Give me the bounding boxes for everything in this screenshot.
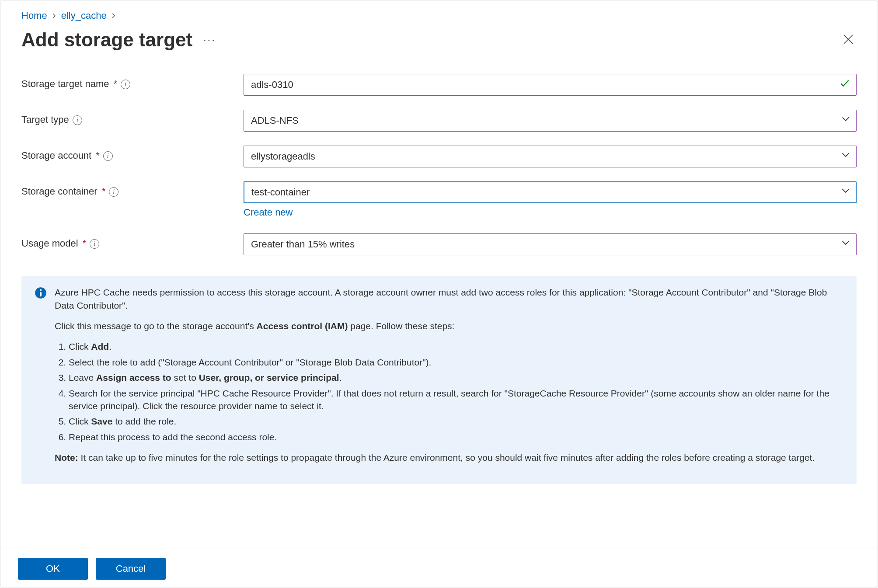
cancel-button[interactable]: Cancel <box>96 558 166 580</box>
row-storage-container: Storage container * i test-container Cre… <box>21 181 857 219</box>
title-row: Add storage target ··· <box>21 26 857 53</box>
chevron-right-icon <box>111 10 116 21</box>
info-icon[interactable]: i <box>73 115 82 125</box>
info-icon[interactable]: i <box>109 187 118 197</box>
create-new-container-link[interactable]: Create new <box>244 207 293 218</box>
callout-steps: Click Add. Select the role to add ("Stor… <box>55 340 843 443</box>
row-usage-model: Usage model * i Greater than 15% writes <box>21 233 857 255</box>
more-actions-icon[interactable]: ··· <box>203 31 216 48</box>
footer-bar: OK Cancel <box>0 549 878 580</box>
permissions-callout[interactable]: Azure HPC Cache needs permission to acce… <box>21 276 857 484</box>
label-storage-container: Storage container * i <box>21 181 244 198</box>
callout-body: Azure HPC Cache needs permission to acce… <box>55 286 843 472</box>
row-storage-target-name: Storage target name * i <box>21 74 857 96</box>
step-4: Search for the service principal "HPC Ca… <box>69 387 843 413</box>
svg-point-1 <box>40 289 42 291</box>
required-asterisk: * <box>114 77 118 91</box>
required-asterisk: * <box>102 185 106 198</box>
svg-rect-2 <box>40 292 42 297</box>
storage-account-select[interactable]: ellystorageadls <box>244 146 857 167</box>
ok-button[interactable]: OK <box>18 558 88 580</box>
label-storage-account: Storage account * i <box>21 146 244 163</box>
info-icon[interactable]: i <box>121 80 130 89</box>
callout-note: Note: It can take up to five minutes for… <box>55 451 843 464</box>
chevron-right-icon <box>52 10 57 21</box>
usage-model-select[interactable]: Greater than 15% writes <box>244 233 857 255</box>
target-type-select[interactable]: ADLS-NFS <box>244 110 857 132</box>
step-2: Select the role to add ("Storage Account… <box>69 356 843 369</box>
required-asterisk: * <box>83 237 87 251</box>
label-storage-target-name: Storage target name * i <box>21 74 244 91</box>
step-5: Click Save to add the role. <box>69 415 843 428</box>
close-icon <box>843 34 854 45</box>
label-target-type: Target type i <box>21 110 244 127</box>
row-target-type: Target type i ADLS-NFS <box>21 110 857 132</box>
close-button[interactable] <box>840 31 857 48</box>
required-asterisk: * <box>96 149 100 163</box>
callout-iam-line: Click this message to go to the storage … <box>55 320 843 332</box>
info-icon[interactable]: i <box>90 239 99 249</box>
breadcrumb-cache[interactable]: elly_cache <box>61 9 107 23</box>
page-title: Add storage target <box>21 26 192 53</box>
callout-intro: Azure HPC Cache needs permission to acce… <box>55 286 843 312</box>
breadcrumb: Home elly_cache <box>21 9 857 23</box>
page-root: Home elly_cache Add storage target ··· S… <box>0 0 878 588</box>
breadcrumb-home[interactable]: Home <box>21 9 47 23</box>
label-usage-model: Usage model * i <box>21 233 244 251</box>
storage-container-select[interactable]: test-container <box>244 181 857 203</box>
info-icon <box>35 287 47 299</box>
info-icon[interactable]: i <box>103 151 113 161</box>
row-storage-account: Storage account * i ellystorageadls <box>21 146 857 167</box>
step-3: Leave Assign access to set to User, grou… <box>69 371 843 384</box>
step-1: Click Add. <box>69 340 843 353</box>
step-6: Repeat this process to add the second ac… <box>69 431 843 443</box>
storage-target-name-input[interactable] <box>244 74 857 96</box>
